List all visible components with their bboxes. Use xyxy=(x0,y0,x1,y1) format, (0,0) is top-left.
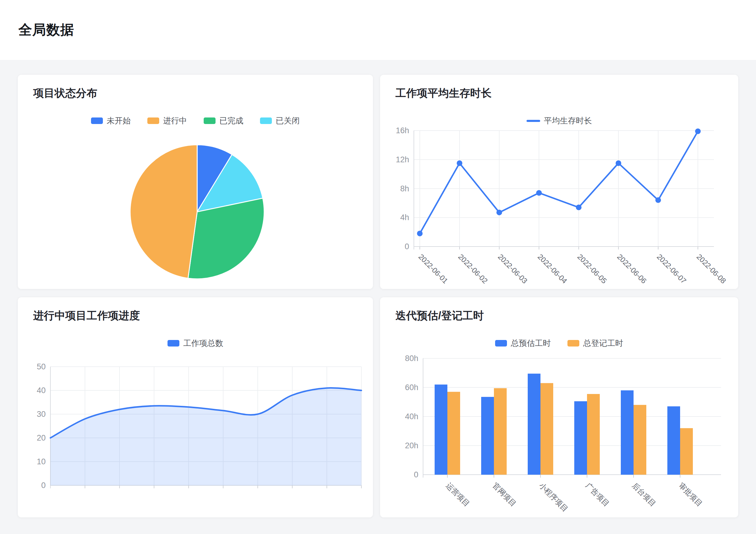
bar-总预估工时-运营项目[interactable] xyxy=(435,384,447,475)
area-chart-canvas[interactable]: 01020304050 xyxy=(18,297,373,518)
legend-item-平均生存时长[interactable]: 平均生存时长 xyxy=(526,115,592,126)
legend-swatch xyxy=(168,340,179,347)
bar-总预估工时-官网项目[interactable] xyxy=(481,397,494,475)
legend-swatch xyxy=(91,118,103,124)
card-iteration-hours-bar: 迭代预估/登记工时 总预估工时总登记工时 020h40h60h80h运营项目官网… xyxy=(380,297,738,518)
svg-text:12h: 12h xyxy=(396,155,409,164)
legend-item-已关闭[interactable]: 已关闭 xyxy=(260,115,300,126)
card-avg-survival-line: 工作项平均生存时长 平均生存时长 04h8h12h16h2022-06-0120… xyxy=(380,75,738,289)
legend-label: 已关闭 xyxy=(276,115,300,126)
legend-item-总预估工时[interactable]: 总预估工时 xyxy=(495,338,551,349)
line-legend: 平均生存时长 xyxy=(380,116,738,126)
svg-text:小程序项目: 小程序项目 xyxy=(537,481,570,513)
data-point-2022-06-07[interactable] xyxy=(656,197,661,203)
legend-item-未开始[interactable]: 未开始 xyxy=(91,115,131,126)
legend-item-工作项总数[interactable]: 工作项总数 xyxy=(168,338,223,349)
pie-slice-进行中[interactable] xyxy=(130,145,197,278)
data-point-2022-06-02[interactable] xyxy=(457,160,463,166)
svg-text:20h: 20h xyxy=(405,441,418,450)
bar-总预估工时-审批项目[interactable] xyxy=(667,407,680,475)
bar-legend: 总预估工时总登记工时 xyxy=(380,338,738,348)
bar-总登记工时-广告项目[interactable] xyxy=(587,394,600,475)
svg-text:后台项目: 后台项目 xyxy=(631,481,658,508)
svg-text:0: 0 xyxy=(405,242,409,251)
svg-text:50: 50 xyxy=(37,362,46,371)
data-point-2022-06-08[interactable] xyxy=(695,128,701,134)
bar-chart-canvas[interactable]: 020h40h60h80h运营项目官网项目小程序项目广告项目后台项目审批项目 xyxy=(380,297,738,518)
svg-text:2022-06-03: 2022-06-03 xyxy=(496,252,529,285)
svg-text:2022-06-06: 2022-06-06 xyxy=(615,252,648,285)
area-fill-工作项总数 xyxy=(50,388,362,485)
pie-chart-canvas[interactable] xyxy=(18,75,373,289)
svg-text:8h: 8h xyxy=(400,184,409,193)
bar-总登记工时-小程序项目[interactable] xyxy=(540,383,553,475)
svg-text:0: 0 xyxy=(414,470,418,479)
legend-swatch xyxy=(260,118,272,124)
svg-text:2022-06-07: 2022-06-07 xyxy=(655,252,688,285)
bar-总预估工时-小程序项目[interactable] xyxy=(528,374,540,475)
svg-text:30: 30 xyxy=(37,410,46,419)
bar-总预估工时-广告项目[interactable] xyxy=(574,401,587,475)
svg-text:20: 20 xyxy=(37,434,46,442)
legend-label: 平均生存时长 xyxy=(544,115,592,126)
svg-text:80h: 80h xyxy=(405,354,418,363)
area-legend: 工作项总数 xyxy=(18,338,373,348)
svg-text:40h: 40h xyxy=(405,412,418,421)
data-point-2022-06-05[interactable] xyxy=(576,205,582,210)
bar-总登记工时-后台项目[interactable] xyxy=(634,405,646,475)
legend-label: 进行中 xyxy=(163,115,187,126)
page-header: 全局数据 xyxy=(0,0,756,60)
card-workitem-progress-area: 进行中项目工作项进度 工作项总数 01020304050 xyxy=(18,297,373,518)
legend-swatch xyxy=(567,340,579,347)
svg-text:16h: 16h xyxy=(396,126,409,135)
data-point-2022-06-04[interactable] xyxy=(536,190,542,196)
svg-text:运营项目: 运营项目 xyxy=(445,481,472,508)
svg-text:审批项目: 审批项目 xyxy=(677,481,704,508)
legend-swatch xyxy=(526,120,540,122)
svg-text:10: 10 xyxy=(37,457,46,466)
card-project-status-pie: 项目状态分布 未开始进行中已完成已关闭 xyxy=(18,75,373,289)
legend-item-进行中[interactable]: 进行中 xyxy=(147,115,187,126)
svg-text:2022-06-02: 2022-06-02 xyxy=(457,252,489,285)
svg-text:60h: 60h xyxy=(405,383,418,392)
bar-总预估工时-后台项目[interactable] xyxy=(621,390,634,475)
legend-item-总登记工时[interactable]: 总登记工时 xyxy=(567,338,623,349)
legend-item-已完成[interactable]: 已完成 xyxy=(204,115,243,126)
svg-text:广告项目: 广告项目 xyxy=(584,481,611,508)
svg-text:2022-06-08: 2022-06-08 xyxy=(695,252,728,285)
svg-text:2022-06-01: 2022-06-01 xyxy=(417,252,449,285)
legend-swatch xyxy=(204,118,216,124)
bar-总登记工时-官网项目[interactable] xyxy=(494,388,507,475)
legend-label: 工作项总数 xyxy=(183,338,223,349)
legend-label: 未开始 xyxy=(107,115,131,126)
svg-text:40: 40 xyxy=(37,386,46,395)
legend-swatch xyxy=(495,340,507,347)
page-title: 全局数据 xyxy=(18,21,74,39)
svg-text:官网项目: 官网项目 xyxy=(491,481,518,508)
legend-label: 总登记工时 xyxy=(583,338,623,349)
data-point-2022-06-06[interactable] xyxy=(616,160,621,166)
svg-text:2022-06-05: 2022-06-05 xyxy=(576,252,608,285)
svg-text:4h: 4h xyxy=(400,213,409,222)
line-series-平均生存时长 xyxy=(420,131,698,234)
bar-总登记工时-运营项目[interactable] xyxy=(447,392,460,475)
svg-text:0: 0 xyxy=(41,481,46,490)
dashboard-grid: 项目状态分布 未开始进行中已完成已关闭 工作项平均生存时长 平均生存时长 04h… xyxy=(0,60,756,518)
data-point-2022-06-03[interactable] xyxy=(497,210,502,215)
bar-总登记工时-审批项目[interactable] xyxy=(680,428,693,475)
pie-legend: 未开始进行中已完成已关闭 xyxy=(18,116,373,126)
data-point-2022-06-01[interactable] xyxy=(417,231,423,237)
legend-label: 总预估工时 xyxy=(511,338,551,349)
legend-swatch xyxy=(147,118,159,124)
svg-text:2022-06-04: 2022-06-04 xyxy=(536,252,569,285)
line-chart-canvas[interactable]: 04h8h12h16h2022-06-012022-06-022022-06-0… xyxy=(380,75,738,289)
legend-label: 已完成 xyxy=(219,115,243,126)
